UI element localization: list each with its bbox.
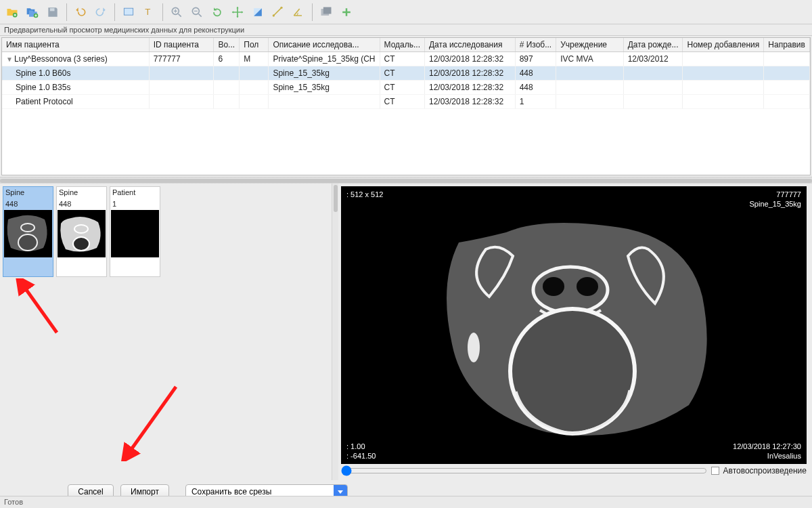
table-cell xyxy=(623,66,683,81)
table-cell xyxy=(149,95,214,109)
series-thumbnail[interactable]: Spine448 xyxy=(56,186,107,277)
zoom-out-button[interactable] xyxy=(187,3,206,22)
thumbnails-row: Spine448Spine448Patient1 xyxy=(3,186,336,277)
table-cell xyxy=(683,66,764,81)
thumb-count: 448 xyxy=(57,198,106,210)
column-header[interactable]: Имя пациента xyxy=(2,38,149,52)
table-cell: CT xyxy=(380,81,424,95)
column-header[interactable]: Пол xyxy=(240,38,269,52)
table-cell xyxy=(240,95,269,109)
table-cell: 12/03/2018 12:28:32 xyxy=(424,66,515,81)
column-header[interactable]: Дата исследования xyxy=(424,38,515,52)
table-cell: Patient Protocol xyxy=(2,95,149,109)
thumbnails-pane: Spine448Spine448Patient1 xyxy=(0,184,338,480)
add-button[interactable] xyxy=(337,3,356,22)
thumb-image xyxy=(111,210,159,257)
thumb-title: Spine xyxy=(3,187,53,198)
table-row[interactable]: Spine 1.0 B60sSpine_15_35kgCT12/03/2018 … xyxy=(2,66,810,81)
data-table[interactable]: Имя пациентаID пациентаВо...ПолОписание … xyxy=(2,38,810,109)
table-cell xyxy=(214,66,240,81)
table-cell: Spine 1.0 B60s xyxy=(2,66,149,81)
text-tool-button[interactable]: T xyxy=(139,3,158,22)
overlay-position: : -641.50 xyxy=(346,452,376,460)
screenshot-button[interactable] xyxy=(317,3,336,22)
measure-line-button[interactable] xyxy=(269,3,288,22)
ct-slice-image xyxy=(425,202,723,459)
status-bar: Готов xyxy=(0,496,812,508)
thumb-image xyxy=(4,210,52,257)
zoom-in-button[interactable] xyxy=(167,3,186,22)
svg-point-22 xyxy=(577,277,598,296)
slice-slider[interactable] xyxy=(341,465,707,476)
redo-button[interactable] xyxy=(91,3,110,22)
separator xyxy=(66,3,67,21)
table-cell xyxy=(764,81,810,95)
table-cell: IVC MVA xyxy=(556,52,623,66)
table-cell xyxy=(764,66,810,81)
table-cell: Spine_15_35kg xyxy=(269,66,380,81)
overlay-dimensions: : 512 x 512 xyxy=(346,190,383,198)
table-cell: 448 xyxy=(515,81,556,95)
open-multi-folder-button[interactable] xyxy=(23,3,42,22)
column-header[interactable]: Учреждение xyxy=(556,38,623,52)
overlay-slice: : 1.00 xyxy=(346,442,365,450)
table-cell xyxy=(623,95,683,109)
column-header[interactable]: Номер добавления xyxy=(683,38,764,52)
svg-point-9 xyxy=(280,6,282,8)
table-cell: 12/03/2012 xyxy=(623,52,683,66)
viewer-pane: : 512 x 512 777777 Spine_15_35kg : 1.00 … xyxy=(338,184,812,480)
table-cell: M xyxy=(240,52,269,66)
table-cell xyxy=(556,66,623,81)
table-cell xyxy=(556,95,623,109)
table-cell xyxy=(240,81,269,95)
table-cell: Private^Spine_15_35kg (CН xyxy=(269,52,380,66)
main-toolbar: T xyxy=(0,0,812,24)
table-cell xyxy=(556,81,623,95)
table-cell xyxy=(240,66,269,81)
table-cell: CT xyxy=(380,66,424,81)
column-header[interactable]: ID пациента xyxy=(149,38,214,52)
dicom-viewer[interactable]: : 512 x 512 777777 Spine_15_35kg : 1.00 … xyxy=(341,186,807,464)
table-row[interactable]: ▼Luy^Bessonova (3 series)7777776MPrivate… xyxy=(2,52,810,66)
pan-button[interactable] xyxy=(228,3,247,22)
table-cell: 448 xyxy=(515,66,556,81)
contrast-button[interactable] xyxy=(248,3,267,22)
undo-button[interactable] xyxy=(71,3,90,22)
autoplay-checkbox[interactable] xyxy=(711,467,719,475)
overlay-series: Spine_15_35kg xyxy=(750,200,801,208)
overlay-date: 12/03/2018 12:27:30 xyxy=(733,442,801,450)
svg-line-18 xyxy=(23,285,57,333)
view-slice-button[interactable] xyxy=(119,3,138,22)
save-button[interactable] xyxy=(43,3,62,22)
open-folder-button[interactable] xyxy=(3,3,22,22)
table-cell: 12/03/2018 12:28:32 xyxy=(424,95,515,109)
rotate-button[interactable] xyxy=(208,3,227,22)
series-thumbnail[interactable]: Patient1 xyxy=(110,186,160,277)
table-cell xyxy=(623,81,683,95)
column-header[interactable]: # Изоб... xyxy=(515,38,556,52)
table-row[interactable]: Patient ProtocolCT12/03/2018 12:28:321 xyxy=(2,95,810,109)
horizontal-scrollbar[interactable] xyxy=(0,177,812,184)
column-header[interactable]: Модаль... xyxy=(380,38,424,52)
thumb-count: 448 xyxy=(3,198,53,210)
table-cell: 777777 xyxy=(149,52,214,66)
column-header[interactable]: Дата рожде... xyxy=(623,38,683,52)
series-thumbnail[interactable]: Spine448 xyxy=(3,186,53,277)
separator xyxy=(312,3,313,21)
overlay-app: InVesalius xyxy=(767,452,801,460)
column-header[interactable]: Направив xyxy=(764,38,810,52)
column-header[interactable]: Описание исследова... xyxy=(269,38,380,52)
overlay-patient-id: 777777 xyxy=(776,190,801,198)
panel-title: Предварительный просмотр медицинских дан… xyxy=(0,24,812,36)
table-cell: Spine 1.0 B35s xyxy=(2,81,149,95)
thumb-title: Patient xyxy=(110,187,160,198)
measure-angle-button[interactable] xyxy=(289,3,308,22)
disclosure-triangle-icon[interactable]: ▼ xyxy=(6,56,13,63)
table-row[interactable]: Spine 1.0 B35sSpine_15_35kgCT12/03/2018 … xyxy=(2,81,810,95)
column-header[interactable]: Во... xyxy=(214,38,240,52)
vertical-scrollbar[interactable] xyxy=(332,184,338,480)
svg-point-16 xyxy=(73,237,89,251)
table-cell xyxy=(149,66,214,81)
data-table-container: Имя пациентаID пациентаВо...ПолОписание … xyxy=(1,37,811,175)
table-cell: CT xyxy=(380,52,424,66)
